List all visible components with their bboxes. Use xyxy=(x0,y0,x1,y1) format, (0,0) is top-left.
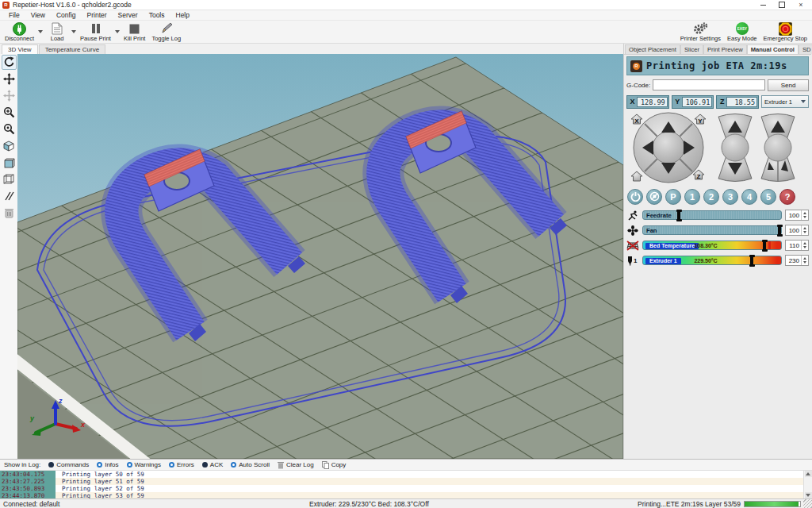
motor-off-button[interactable] xyxy=(646,189,662,205)
fan-row: Fan 100 xyxy=(626,225,809,236)
tab-object-placement[interactable]: Object Placement xyxy=(625,44,680,54)
tab-manual-control[interactable]: Manual Control xyxy=(747,44,799,54)
load-dropdown-arrow[interactable] xyxy=(71,21,77,43)
script2-button[interactable]: 2 xyxy=(703,189,719,205)
script3-button[interactable]: 3 xyxy=(722,189,738,205)
menu-help[interactable]: Help xyxy=(170,11,195,19)
script1-button[interactable]: 1 xyxy=(684,189,700,205)
menu-printer[interactable]: Printer xyxy=(82,11,113,19)
delete-object-tool[interactable] xyxy=(2,205,17,220)
move-view-tool[interactable] xyxy=(2,71,17,87)
home-all-button[interactable] xyxy=(631,171,642,181)
filter-infos[interactable]: Infos xyxy=(97,461,118,468)
app-icon: R xyxy=(2,2,10,9)
script5-button[interactable]: 5 xyxy=(760,189,776,205)
minimize-button[interactable] xyxy=(759,1,767,9)
fan-slider-thumb[interactable] xyxy=(778,225,781,237)
print-bed-3d-view[interactable]: x y z xyxy=(17,54,623,459)
extruder-temp-slider[interactable]: Extruder 1 229.50°C xyxy=(642,256,782,265)
gears-icon xyxy=(692,22,708,35)
filter-warnings[interactable]: Warnings xyxy=(127,461,162,468)
z-position-box: Z 18.55 xyxy=(716,95,759,109)
xy-jog-dial[interactable] xyxy=(634,113,703,183)
print-progress-bar xyxy=(744,501,801,507)
pause-dropdown-arrow[interactable] xyxy=(114,21,121,43)
filter-ack[interactable]: ACK xyxy=(202,461,223,468)
log-list[interactable]: 23:43:04.175Printing layer 50 of 59 23:4… xyxy=(0,471,812,498)
isometric-view-tool[interactable] xyxy=(2,138,17,153)
gcode-label: G-Code: xyxy=(626,82,650,89)
feedrate-spinner[interactable]: 100 xyxy=(785,210,809,221)
park-button[interactable]: P xyxy=(665,189,681,205)
zoom-fit-tool[interactable] xyxy=(2,121,17,137)
menu-file[interactable]: File xyxy=(3,11,25,19)
fan-spinner[interactable]: 100 xyxy=(785,225,809,236)
home-z-button[interactable]: Z xyxy=(693,170,704,180)
disconnect-dropdown-arrow[interactable] xyxy=(37,21,44,43)
pause-print-button[interactable]: Pause Print xyxy=(77,21,114,43)
stop-icon xyxy=(129,22,140,35)
clear-log-button[interactable]: Clear Log xyxy=(278,461,314,469)
errors-toggle-icon xyxy=(169,462,174,468)
close-button[interactable]: × xyxy=(797,1,805,9)
log-row: 23:43:04.175Printing layer 50 of 59 xyxy=(0,471,812,478)
plug-icon xyxy=(13,22,26,35)
restore-button[interactable] xyxy=(778,1,786,9)
fan-slider[interactable]: Fan xyxy=(642,225,782,235)
bed-temp-row: Bed Temperature 108.30°C 110 xyxy=(626,240,809,251)
menu-view[interactable]: View xyxy=(25,11,51,19)
tab-3d-view[interactable]: 3D View xyxy=(2,44,38,54)
filter-errors[interactable]: Errors xyxy=(169,461,194,468)
zoom-in-tool[interactable] xyxy=(2,105,17,120)
menu-server[interactable]: Server xyxy=(113,11,144,19)
tab-temperature-curve[interactable]: Temperature Curve xyxy=(39,44,105,54)
scroll-down-arrow[interactable] xyxy=(805,492,812,498)
feedrate-slider-thumb[interactable] xyxy=(677,210,680,221)
wireframe-view-tool[interactable] xyxy=(2,171,17,187)
easy-mode-button[interactable]: EASY Easy Mode xyxy=(724,21,760,43)
resize-grip[interactable] xyxy=(803,499,812,508)
script4-button[interactable]: 4 xyxy=(741,189,757,205)
temperature-status: Extruder: 229.5/230°C Bed: 108.3°C/Off xyxy=(309,500,638,508)
feedrate-slider[interactable]: Feedrate xyxy=(642,210,782,220)
extruder-temp-spinner[interactable]: 230 xyxy=(785,255,809,266)
menu-tools[interactable]: Tools xyxy=(144,11,170,19)
bed-temp-slider-thumb[interactable] xyxy=(763,240,766,252)
move-object-tool[interactable] xyxy=(2,88,17,103)
bed-temp-spinner[interactable]: 110 xyxy=(785,240,809,251)
power-button[interactable] xyxy=(627,189,643,205)
window-title: Repetier-Host V1.6.0 - qcholder2.gcode xyxy=(13,1,759,9)
extruder-temp-slider-thumb[interactable] xyxy=(750,255,753,267)
tab-print-preview[interactable]: Print Preview xyxy=(703,44,747,54)
load-button[interactable]: Load xyxy=(44,21,71,43)
menu-config[interactable]: Config xyxy=(51,11,82,19)
front-view-tool[interactable] xyxy=(2,155,17,170)
main-toolbar: Disconnect Load Pause Print Kill Print T… xyxy=(0,21,812,44)
tab-slicer[interactable]: Slicer xyxy=(680,44,703,54)
extruder-select[interactable]: Extruder 1 xyxy=(761,95,809,108)
toggle-log-button[interactable]: Toggle Log xyxy=(148,21,184,43)
parallel-projection-tool[interactable] xyxy=(2,188,17,203)
home-x-button[interactable]: X xyxy=(631,114,642,125)
jog-controls: X Y Z xyxy=(626,111,809,185)
bed-temp-slider[interactable]: Bed Temperature 108.30°C xyxy=(642,241,782,250)
bed-current-temp: 108.30°C xyxy=(694,243,717,248)
debug-help-button[interactable]: ? xyxy=(779,189,795,205)
filter-commands[interactable]: Commands xyxy=(48,461,89,468)
copy-log-button[interactable]: Copy xyxy=(322,461,347,469)
z-jog-control[interactable] xyxy=(718,114,752,182)
rotate-view-tool[interactable] xyxy=(2,55,17,70)
filter-auto-scroll[interactable]: Auto Scroll xyxy=(231,461,270,468)
scroll-up-arrow[interactable] xyxy=(805,471,812,477)
extruder-jog-control[interactable] xyxy=(761,114,795,182)
emergency-stop-button[interactable]: Emergency Stop xyxy=(760,21,810,43)
home-y-button[interactable]: Y xyxy=(695,114,706,125)
printer-settings-button[interactable]: Printer Settings xyxy=(677,21,724,43)
tab-sd-card[interactable]: SD Card xyxy=(799,44,812,54)
svg-text:x: x xyxy=(80,421,86,429)
kill-print-button[interactable]: Kill Print xyxy=(121,21,149,43)
send-button[interactable]: Send xyxy=(768,79,809,91)
log-scrollbar[interactable] xyxy=(803,471,812,498)
gcode-input[interactable] xyxy=(653,79,765,90)
disconnect-button[interactable]: Disconnect xyxy=(2,21,37,43)
